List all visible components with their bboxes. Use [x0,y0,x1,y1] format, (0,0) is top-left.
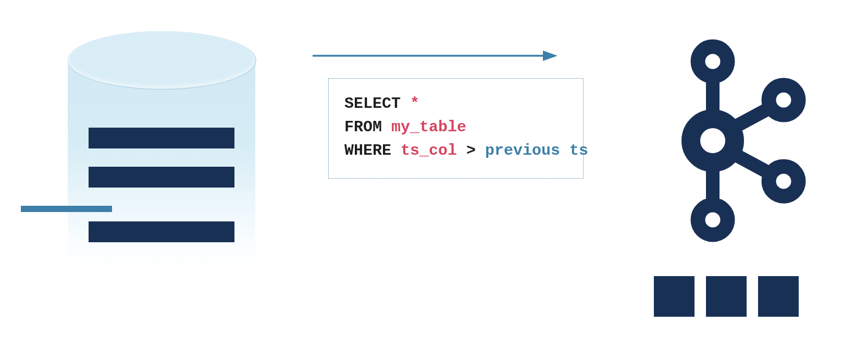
svg-line-9 [730,107,771,129]
sql-identifier: ts_col [401,142,457,159]
flow-arrow-icon [313,49,557,60]
sql-keyword: SELECT [344,95,410,113]
sql-line-1: SELECT * [344,92,567,116]
svg-point-5 [769,85,799,115]
svg-line-10 [730,152,771,174]
sql-keyword: FROM [344,118,391,136]
output-record [758,276,799,317]
svg-marker-1 [543,51,557,61]
output-record [654,276,695,317]
sql-identifier: my_table [391,118,466,136]
svg-point-2 [698,47,728,77]
sql-operator: > [457,142,485,159]
sql-value: previous ts [485,142,588,159]
database-icon [68,31,255,260]
cursor-bar [21,206,112,212]
output-records [654,276,799,317]
database-row [89,221,234,242]
database-row [89,128,234,148]
kafka-icon [651,31,818,250]
sql-line-2: FROM my_table [344,116,567,139]
svg-point-6 [769,167,799,196]
diagram-canvas: SELECT * FROM my_table WHERE ts_col > pr… [0,0,868,348]
svg-point-4 [698,205,728,235]
database-top [68,31,255,89]
output-record [706,276,747,317]
sql-query-box: SELECT * FROM my_table WHERE ts_col > pr… [328,78,584,179]
sql-line-3: WHERE ts_col > previous ts [344,139,567,163]
svg-point-3 [691,119,735,163]
database-row [89,167,234,188]
sql-star: * [410,95,419,113]
sql-keyword: WHERE [344,142,401,159]
